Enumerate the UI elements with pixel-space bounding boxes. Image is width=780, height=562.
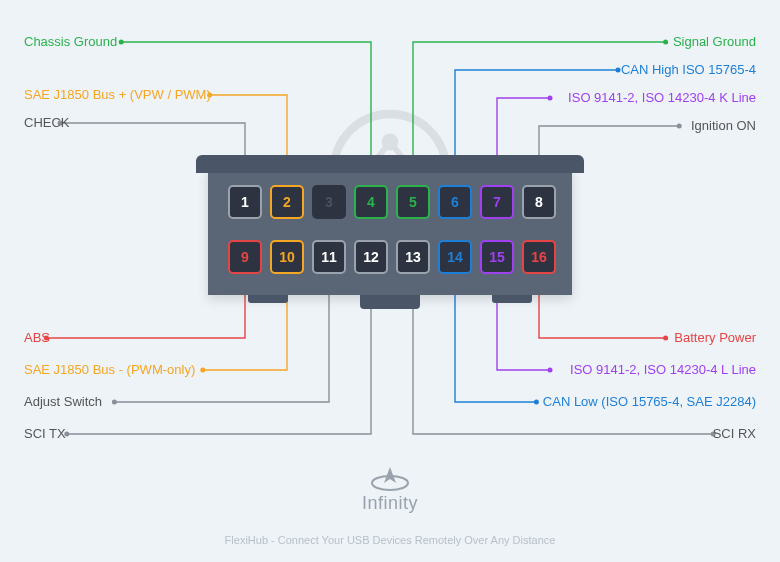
pin-3: 3: [312, 185, 346, 219]
pin-11: 11: [312, 240, 346, 274]
pin-8: 8: [522, 185, 556, 219]
pin-2: 2: [270, 185, 304, 219]
label-sae-j1850-bus-pwm-only: SAE J1850 Bus - (PWM-only): [24, 362, 195, 377]
label-can-low-iso-15765-4-sae-j2284: CAN Low (ISO 15765-4, SAE J2284): [543, 394, 756, 409]
label-sci-rx: SCI RX: [713, 426, 756, 441]
tagline: FlexiHub - Connect Your USB Devices Remo…: [225, 534, 556, 546]
svg-point-14: [548, 96, 553, 101]
pin-16: 16: [522, 240, 556, 274]
pin-row-top: 12345678: [228, 185, 556, 219]
svg-point-15: [677, 124, 682, 129]
label-check: CHECK: [24, 115, 70, 130]
label-iso-9141-2-iso-14230-4-k-line: ISO 9141-2, ISO 14230-4 K Line: [568, 90, 756, 105]
label-battery-power: Battery Power: [674, 330, 756, 345]
pin-5: 5: [396, 185, 430, 219]
label-signal-ground: Signal Ground: [673, 34, 756, 49]
pin-6: 6: [438, 185, 472, 219]
pin-10: 10: [270, 240, 304, 274]
svg-point-21: [548, 368, 553, 373]
svg-point-9: [119, 40, 124, 45]
label-iso-9141-2-iso-14230-4-l-line: ISO 9141-2, ISO 14230-4 L Line: [570, 362, 756, 377]
pin-1: 1: [228, 185, 262, 219]
obd-connector: 12345678 910111213141516: [208, 165, 572, 305]
svg-point-20: [663, 336, 668, 341]
label-chassis-ground: Chassis Ground: [24, 34, 117, 49]
svg-point-1: [382, 134, 399, 151]
svg-point-22: [534, 400, 539, 405]
label-sae-j1850-bus-vpw-pwm: SAE J1850 Bus + (VPW / PWM): [24, 87, 211, 102]
pin-9: 9: [228, 240, 262, 274]
pin-4: 4: [354, 185, 388, 219]
svg-point-13: [616, 68, 621, 73]
brand-name: Infinity: [362, 493, 418, 514]
label-can-high-iso-15765-4: CAN High ISO 15765-4: [621, 62, 756, 77]
label-adjust-switch: Adjust Switch: [24, 394, 102, 409]
label-ignition-on: Ignition ON: [691, 118, 756, 133]
brand-block: Infinity: [362, 465, 418, 514]
pin-13: 13: [396, 240, 430, 274]
pin-row-bottom: 910111213141516: [228, 240, 556, 274]
pin-15: 15: [480, 240, 514, 274]
label-abs: ABS: [24, 330, 50, 345]
label-sci-tx: SCI TX: [24, 426, 66, 441]
pin-14: 14: [438, 240, 472, 274]
pin-7: 7: [480, 185, 514, 219]
infinity-logo-icon: [370, 465, 410, 491]
svg-point-17: [200, 368, 205, 373]
svg-point-18: [112, 400, 117, 405]
svg-point-12: [663, 40, 668, 45]
pin-12: 12: [354, 240, 388, 274]
